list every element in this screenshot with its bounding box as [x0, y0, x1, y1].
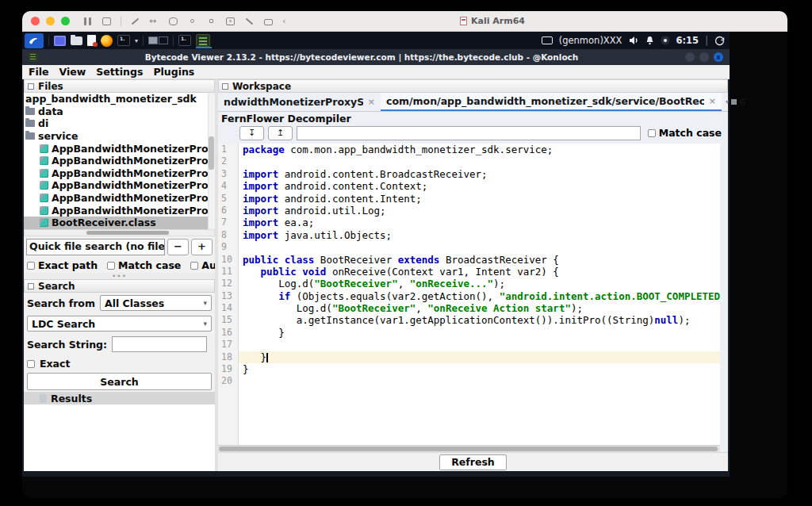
quick-file-search-input[interactable]: Quick file search (no file extension) [26, 239, 165, 255]
app-icon [29, 52, 38, 62]
save-down-button[interactable]: ↧ [239, 126, 264, 140]
tree-horizontal-scrollbar[interactable] [24, 229, 215, 236]
find-match-case-checkbox[interactable] [648, 129, 656, 137]
auto-open-checkbox[interactable] [190, 262, 198, 270]
editor-empty-space[interactable] [218, 388, 720, 445]
exact-path-checkbox[interactable] [27, 262, 35, 270]
vm-titlebar[interactable]: ↔ ‹ Kali Arm64 [22, 11, 787, 32]
results-header[interactable]: Results [24, 392, 215, 404]
maximize-button[interactable] [699, 52, 709, 62]
tab-overflow-button[interactable]: ▾ 6 [722, 93, 749, 111]
close-button[interactable]: x [714, 52, 723, 62]
code-editor[interactable]: 1package com.mon.app_bandwidth_monetizer… [218, 144, 720, 445]
tab-proxyservice[interactable]: ndwidthMonetizerProxyService × [218, 93, 381, 111]
tools-icon[interactable] [130, 17, 140, 26]
zoom-traffic-light-icon[interactable] [61, 17, 70, 25]
search-mode-select[interactable]: LDC Search ▾ [27, 316, 212, 332]
refresh-bar: Refresh [218, 452, 728, 471]
line-number: 4 [218, 180, 239, 192]
panel-splitter-handle[interactable]: ••• [24, 273, 215, 279]
tree-vertical-scrollbar[interactable] [208, 93, 215, 229]
tree-item[interactable]: AppBandwidthMonetizerProxySe [24, 167, 215, 180]
tab-bootreceiver[interactable]: com/mon/app_bandwidth_monetizer_sdk/serv… [381, 93, 722, 111]
genmon-status[interactable]: (genmon)XXX [559, 35, 622, 46]
menu-view[interactable]: View [59, 66, 86, 78]
workspace-1[interactable] [148, 36, 158, 44]
tree-item[interactable]: service [24, 130, 215, 143]
tree-item[interactable]: app_bandwidth_monetizer_sdk [24, 93, 215, 105]
workspace-panel: Workspace ndwidthMonetizerProxyService ×… [218, 79, 728, 471]
power-icon[interactable] [714, 36, 725, 46]
tree-item[interactable]: data [24, 105, 215, 118]
match-case-checkbox[interactable] [107, 262, 115, 270]
search-string-input[interactable] [112, 336, 207, 352]
tab-close-icon[interactable]: × [368, 97, 375, 107]
find-input[interactable] [297, 126, 641, 140]
workspace-switcher[interactable] [148, 36, 168, 44]
panel-detach-icon[interactable] [222, 83, 228, 90]
menu-plugins[interactable]: Plugins [153, 66, 194, 78]
tree-item[interactable]: AppBandwidthMonetizerProxySe [24, 179, 215, 192]
refresh-button[interactable]: Refresh [439, 454, 507, 470]
workspace-2[interactable] [159, 36, 168, 44]
close-traffic-light-icon[interactable] [31, 17, 40, 25]
tree-item-label: AppBandwidthMonetizerProxySe [52, 205, 215, 217]
camera-icon[interactable] [225, 17, 236, 26]
display-icon[interactable] [542, 36, 553, 44]
line-number: 6 [218, 205, 239, 217]
minimize-button[interactable] [685, 52, 695, 62]
export-icon[interactable] [263, 17, 274, 26]
folder-icon [25, 120, 35, 127]
show-desktop-icon[interactable] [54, 36, 66, 46]
kali-menu-button[interactable] [25, 33, 44, 48]
text-editor-icon[interactable] [87, 35, 96, 46]
share-icon[interactable] [244, 17, 255, 26]
scrollbar-thumb[interactable] [86, 231, 169, 235]
volume-icon[interactable] [629, 36, 639, 45]
tree-item[interactable]: AppBandwidthMonetizerProxySe [24, 142, 215, 155]
terminal-launcher-icon[interactable]: 1. [117, 35, 130, 46]
open-up-button[interactable]: ↥ [268, 126, 293, 140]
firefox-icon[interactable] [101, 35, 113, 47]
panel-detach-icon[interactable] [28, 283, 34, 289]
launcher-dropdown-icon[interactable]: ▾ [135, 37, 138, 44]
search-button[interactable]: Search [27, 373, 212, 390]
font-increase-button[interactable]: + [191, 239, 213, 255]
pause-icon[interactable] [82, 17, 93, 26]
minimize-traffic-light-icon[interactable] [46, 17, 55, 25]
bytecode-viewer-task-button[interactable] [196, 34, 210, 47]
tree-item[interactable]: AppBandwidthMonetizerProxySe [24, 192, 215, 205]
exact-checkbox[interactable] [27, 360, 35, 368]
settings-icon[interactable] [206, 17, 216, 26]
tab-close-icon[interactable]: × [709, 96, 716, 106]
panel-detach-icon[interactable] [28, 83, 34, 90]
drive-icon[interactable] [168, 17, 178, 26]
file-manager-icon[interactable] [71, 36, 82, 45]
editor-horizontal-scrollbar[interactable] [218, 445, 720, 452]
code-line: 9 [218, 241, 720, 253]
notifications-bell-icon[interactable] [645, 36, 654, 45]
scrollbar-thumb[interactable] [219, 447, 718, 451]
tree-item[interactable]: BootReceiver.class [24, 217, 215, 229]
file-tree[interactable]: app_bandwidth_monetizer_sdkdatadiservice… [24, 93, 215, 229]
menu-file[interactable]: File [29, 66, 49, 78]
font-decrease-button[interactable]: − [167, 239, 189, 255]
tree-item[interactable]: AppBandwidthMonetizerProxySe [24, 204, 215, 217]
user-icon[interactable] [187, 17, 197, 26]
tree-item[interactable]: di [24, 117, 215, 130]
quick-search-row: Quick file search (no file extension) − … [24, 236, 215, 258]
scrollbar-thumb[interactable] [209, 136, 214, 170]
chevron-left-icon[interactable]: ‹ [282, 17, 293, 26]
tree-item[interactable]: AppBandwidthMonetizerProxySe [24, 155, 215, 167]
menu-settings[interactable]: Settings [96, 66, 143, 78]
resize-arrows-icon[interactable]: ↔ [149, 17, 159, 26]
line-number: 3 [218, 168, 239, 180]
terminal-window-button[interactable]: 1. [178, 35, 191, 46]
clock[interactable]: 6:15 [676, 35, 699, 46]
code-line: 14 Log.d("BootReceiver", "onReceive Acti… [218, 302, 720, 314]
snapshot-icon[interactable] [102, 17, 112, 26]
status-circle-icon[interactable] [661, 36, 670, 45]
search-from-select[interactable]: All Classes ▾ [100, 295, 212, 311]
line-number: 17 [218, 339, 239, 351]
app-titlebar[interactable]: Bytecode Viewer 2.13.2 - https://bytecod… [22, 49, 730, 65]
